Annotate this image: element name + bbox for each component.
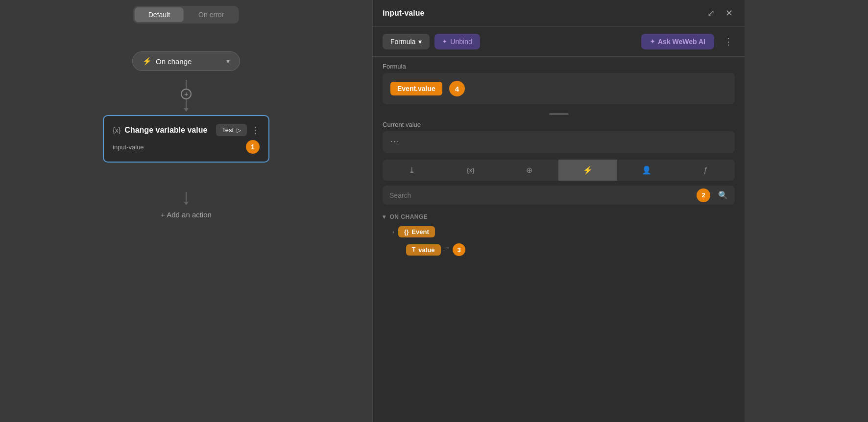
data-tree: ▾ ON CHANGE › {} Event T value "" 3 xyxy=(373,210,745,422)
icon-tab-variable[interactable]: {x} xyxy=(441,160,500,181)
icon-tab-data[interactable]: ⊕ xyxy=(500,160,559,181)
action-more-button[interactable]: ⋮ xyxy=(251,125,260,136)
right-header: input-value ⤢ ✕ xyxy=(373,0,745,27)
icon-tab-bind[interactable]: ⤓ xyxy=(383,160,441,181)
tab-default[interactable]: Default xyxy=(135,7,184,22)
test-button[interactable]: Test ▷ xyxy=(216,124,247,136)
event-label: Event xyxy=(411,228,429,235)
unbind-button[interactable]: ✦ Unbind xyxy=(434,34,480,49)
trigger-pill[interactable]: ⚡ On change ▾ xyxy=(132,51,240,71)
line-connector xyxy=(186,192,187,202)
right-toolbar: Formula ▾ ✦ Unbind ✦ Ask WeWeb AI ⋮ xyxy=(373,27,745,57)
arrow-down-2-icon xyxy=(184,202,189,205)
trigger-label: On change xyxy=(156,57,192,66)
event-tag[interactable]: {} Event xyxy=(398,226,435,237)
unbind-label: Unbind xyxy=(450,38,472,46)
value-type-icon: T xyxy=(412,246,415,253)
action-node: {x} Change variable value Test ▷ ⋮ input… xyxy=(103,115,269,163)
tab-on-error[interactable]: On error xyxy=(185,7,238,22)
line-bottom xyxy=(186,99,187,108)
expand-icon[interactable]: ⤢ xyxy=(705,7,717,20)
search-icon[interactable]: 🔍 xyxy=(718,190,728,200)
connector-top: + xyxy=(181,80,192,112)
search-row: 2 🔍 xyxy=(383,186,735,205)
icon-tab-event[interactable]: ⚡ xyxy=(558,160,617,181)
current-value-box: ··· xyxy=(383,131,735,153)
section-chevron: ▾ xyxy=(383,213,386,220)
search-badge-2: 2 xyxy=(697,188,710,202)
tree-item-value[interactable]: T value "" 3 xyxy=(383,240,735,259)
formula-section-label: Formula xyxy=(373,57,745,73)
action-title-group: {x} Change variable value xyxy=(113,126,207,135)
tree-section-on-change[interactable]: ▾ ON CHANGE xyxy=(383,210,735,223)
event-item-chevron: › xyxy=(392,229,394,235)
add-action-label: + Add an action xyxy=(161,211,212,219)
value-empty: "" xyxy=(445,246,449,253)
more-options-button[interactable]: ⋮ xyxy=(722,35,735,48)
value-tag[interactable]: T value xyxy=(406,244,441,256)
badge-3: 3 xyxy=(453,243,465,256)
current-value-text: ··· xyxy=(390,137,400,145)
icon-toolbar: ⤓ {x} ⊕ ⚡ 👤 ƒ xyxy=(383,160,735,181)
test-label: Test xyxy=(222,126,234,134)
trigger-node: ⚡ On change ▾ xyxy=(132,51,240,71)
add-action-area[interactable]: + Add an action xyxy=(161,211,212,219)
divider-handle xyxy=(373,109,745,119)
action-header: {x} Change variable value Test ▷ ⋮ xyxy=(113,124,260,136)
tab-bar: Default On error xyxy=(133,6,239,23)
handle-bar xyxy=(549,113,569,115)
ask-ai-icon: ✦ xyxy=(650,38,655,45)
formula-label: Formula xyxy=(390,38,415,46)
right-panel: input-value ⤢ ✕ Formula ▾ ✦ Unbind ✦ Ask… xyxy=(372,0,745,422)
ask-ai-button[interactable]: ✦ Ask WeWeb AI xyxy=(641,34,714,49)
header-icons: ⤢ ✕ xyxy=(705,7,735,20)
variable-icon: {x} xyxy=(113,126,121,134)
icon-tab-function[interactable]: ƒ xyxy=(676,160,735,181)
action-title: Change variable value xyxy=(124,126,207,135)
formula-badge-4: 4 xyxy=(449,81,465,96)
formula-chevron: ▾ xyxy=(418,38,422,46)
arrow-down-icon xyxy=(184,108,189,112)
right-title: input-value xyxy=(383,9,424,18)
ask-ai-label: Ask WeWeb AI xyxy=(658,38,705,46)
unbind-icon: ✦ xyxy=(442,38,447,45)
left-panel: Default On error ⚡ On change ▾ + {x} Cha… xyxy=(0,0,372,422)
value-label: value xyxy=(418,246,434,254)
tree-item-event[interactable]: › {} Event xyxy=(383,223,735,240)
close-icon[interactable]: ✕ xyxy=(723,7,735,20)
formula-area: Event.value 4 xyxy=(383,73,735,104)
chevron-down-icon: ▾ xyxy=(226,57,230,65)
search-input[interactable] xyxy=(389,191,713,199)
badge-1: 1 xyxy=(246,140,260,154)
connector-bottom xyxy=(184,192,189,205)
section-label-on-change: ON CHANGE xyxy=(390,213,428,220)
play-icon: ▷ xyxy=(237,127,241,134)
plus-btn-top[interactable]: + xyxy=(181,89,192,99)
action-subtitle: input-value xyxy=(113,143,144,151)
trigger-pill-left: ⚡ On change xyxy=(143,57,192,66)
current-value-label: Current value xyxy=(373,119,745,131)
action-controls: Test ▷ ⋮ xyxy=(216,124,260,136)
event-icon: {} xyxy=(404,229,409,235)
action-footer: input-value 1 xyxy=(113,140,260,154)
event-value-tag[interactable]: Event.value xyxy=(390,82,442,95)
lightning-icon: ⚡ xyxy=(143,57,152,66)
formula-button[interactable]: Formula ▾ xyxy=(383,34,430,49)
icon-tab-user[interactable]: 👤 xyxy=(617,160,676,181)
line-top xyxy=(186,80,187,89)
